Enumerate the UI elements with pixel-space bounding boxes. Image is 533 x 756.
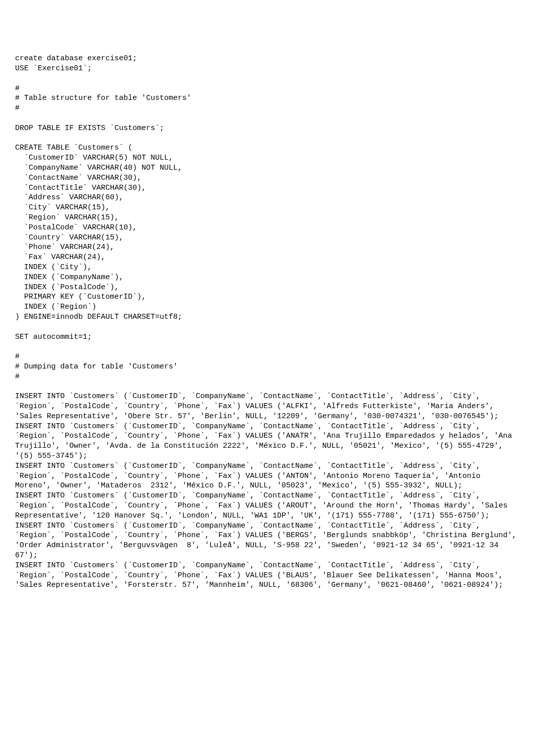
sql-document-text: create database exercise01; USE `Exercis…: [15, 54, 518, 590]
